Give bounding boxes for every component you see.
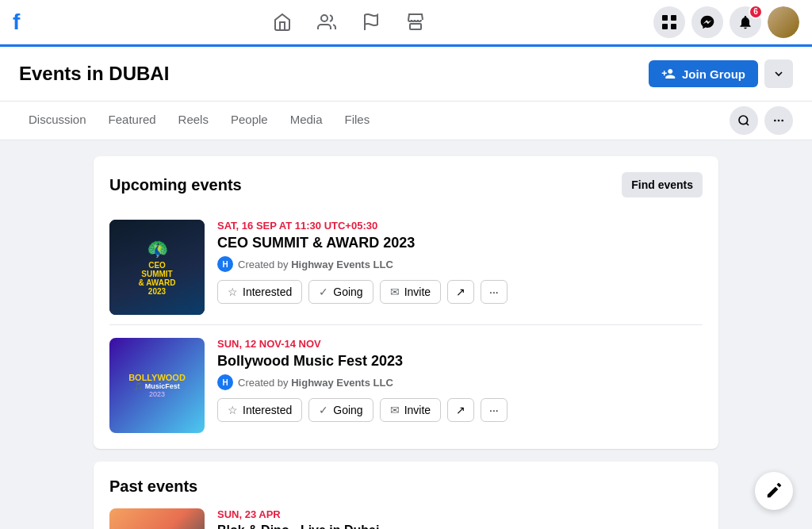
- invite-btn-ceo[interactable]: ✉ Invite: [380, 280, 441, 304]
- group-header: Events in DUBAI Join Group: [0, 47, 812, 102]
- tab-people[interactable]: People: [221, 102, 278, 140]
- check-icon: ✓: [319, 286, 328, 298]
- event-title-ceo[interactable]: CEO SUMMIT & AWARD 2023: [217, 235, 703, 251]
- past-event-date-blok: SUN, 23 APR: [217, 508, 703, 520]
- people-nav-btn[interactable]: [308, 3, 346, 41]
- envelope-icon-bw: ✉: [390, 404, 400, 416]
- upcoming-events-card: Upcoming events Find events 🦚 CEOSUMMIT&…: [94, 156, 718, 449]
- facebook-logo: f: [13, 10, 20, 35]
- event-title-bollywood[interactable]: Bollywood Music Fest 2023: [217, 353, 703, 370]
- join-group-button[interactable]: Join Group: [649, 60, 758, 87]
- notification-badge: 6: [749, 5, 763, 19]
- more-btn-ceo[interactable]: ···: [481, 280, 508, 304]
- tab-featured[interactable]: Featured: [99, 102, 166, 140]
- notifications-btn[interactable]: 6: [730, 6, 761, 38]
- event-creator-label-bollywood: Created by Highway Events LLC: [238, 377, 393, 389]
- past-event-info-blok: SUN, 23 APR Blok & Dino - Live in Dubai: [217, 508, 703, 529]
- compose-fab[interactable]: [755, 472, 793, 510]
- nav-center-icons: [44, 3, 653, 41]
- home-icon: [273, 13, 292, 32]
- logo-area: f: [13, 10, 44, 35]
- event-thumbnail-ceo[interactable]: 🦚 CEOSUMMIT& AWARD2023: [109, 220, 205, 315]
- going-btn-ceo[interactable]: ✓ Going: [308, 280, 373, 304]
- join-icon: [661, 67, 676, 81]
- share-icon-bw: ↗: [456, 404, 465, 416]
- home-nav-btn[interactable]: [263, 3, 301, 41]
- top-nav: f 6: [0, 0, 812, 44]
- more-btn-bollywood[interactable]: ···: [481, 398, 508, 422]
- past-events-title: Past events: [109, 477, 703, 496]
- group-title: Events in DUBAI: [19, 63, 169, 85]
- more-dots-icon: [772, 114, 785, 127]
- svg-rect-5: [662, 24, 668, 29]
- bw-thumb-title: BOLLYWOOD: [128, 373, 186, 382]
- svg-point-11: [781, 120, 783, 122]
- event-date-ceo: SAT, 16 SEP AT 11:30 UTC+05:30: [217, 220, 703, 232]
- check-icon-bw: ✓: [319, 404, 328, 416]
- search-btn[interactable]: [730, 106, 758, 135]
- compose-icon: [765, 482, 783, 500]
- event-creator-label-ceo: Created by Highway Events LLC: [238, 259, 393, 270]
- invite-btn-bollywood[interactable]: ✉ Invite: [380, 398, 441, 422]
- interested-btn-ceo[interactable]: ☆ Interested: [217, 280, 302, 304]
- grid-btn[interactable]: [653, 6, 685, 38]
- flag-nav-btn[interactable]: [352, 3, 390, 41]
- more-options-btn[interactable]: [764, 106, 793, 135]
- past-event-thumbnail-blok[interactable]: 👥: [109, 508, 205, 529]
- tab-files[interactable]: Files: [335, 102, 380, 140]
- tab-discussion[interactable]: Discussion: [19, 102, 96, 140]
- going-label-ceo: Going: [333, 286, 362, 298]
- tab-navigation: Discussion Featured Reels People Media F…: [0, 102, 812, 140]
- store-nav-btn[interactable]: [396, 3, 435, 41]
- header-actions: Join Group: [649, 59, 793, 88]
- interested-label-ceo: Interested: [243, 286, 292, 298]
- group-dropdown-btn[interactable]: [764, 59, 793, 88]
- upcoming-events-header: Upcoming events Find events: [109, 172, 703, 197]
- dots-icon-bw: ···: [489, 404, 499, 416]
- chevron-down-icon: [772, 67, 785, 80]
- star-icon-bw: ☆: [228, 404, 238, 416]
- event-thumbnail-bollywood[interactable]: BOLLYWOOD 🎵 MusicFest 2023: [109, 338, 205, 433]
- svg-rect-3: [662, 15, 668, 21]
- going-label-bollywood: Going: [333, 404, 362, 416]
- upcoming-events-title: Upcoming events: [109, 176, 242, 194]
- bw-thumb-fest: 🎵 MusicFest: [134, 382, 180, 390]
- event-info-bollywood: SUN, 12 NOV-14 NOV Bollywood Music Fest …: [217, 338, 703, 433]
- svg-rect-2: [410, 24, 421, 29]
- star-icon: ☆: [228, 286, 238, 298]
- nav-right-actions: 6: [653, 6, 799, 38]
- flag-icon: [362, 13, 381, 32]
- tab-action-buttons: [730, 106, 793, 135]
- svg-point-0: [321, 15, 327, 21]
- svg-point-10: [778, 120, 780, 122]
- interested-btn-bollywood[interactable]: ☆ Interested: [217, 398, 302, 422]
- user-avatar-btn[interactable]: [768, 6, 799, 38]
- tab-reels[interactable]: Reels: [169, 102, 218, 140]
- svg-line-8: [746, 123, 749, 125]
- share-btn-ceo[interactable]: ↗: [447, 280, 474, 304]
- people-icon: [317, 13, 336, 32]
- svg-rect-4: [671, 15, 676, 21]
- past-event-title-blok[interactable]: Blok & Dino - Live in Dubai: [217, 523, 703, 529]
- join-btn-label: Join Group: [682, 67, 745, 81]
- event-actions-ceo: ☆ Interested ✓ Going ✉ Invite ↗: [217, 280, 703, 304]
- messenger-icon: [699, 14, 715, 30]
- creator-avatar-ceo: H: [217, 256, 233, 272]
- event-creator-bollywood: H Created by Highway Events LLC: [217, 374, 703, 390]
- event-info-ceo: SAT, 16 SEP AT 11:30 UTC+05:30 CEO SUMMI…: [217, 220, 703, 315]
- svg-point-7: [739, 116, 748, 125]
- event-creator-ceo: H Created by Highway Events LLC: [217, 256, 703, 272]
- messenger-btn[interactable]: [691, 6, 723, 38]
- share-icon: ↗: [456, 286, 465, 298]
- share-btn-bollywood[interactable]: ↗: [447, 398, 474, 422]
- ceo-thumb-text: CEOSUMMIT& AWARD2023: [139, 261, 176, 296]
- dots-icon: ···: [489, 286, 499, 298]
- going-btn-bollywood[interactable]: ✓ Going: [308, 398, 373, 422]
- tab-media[interactable]: Media: [281, 102, 332, 140]
- find-events-button[interactable]: Find events: [622, 172, 703, 197]
- past-events-card: Past events 👥 SUN, 23 APR Blok & Dino - …: [94, 462, 718, 529]
- user-avatar: [768, 6, 799, 38]
- grid-icon: [661, 14, 677, 30]
- event-date-bollywood: SUN, 12 NOV-14 NOV: [217, 338, 703, 350]
- invite-label-bollywood: Invite: [404, 404, 431, 416]
